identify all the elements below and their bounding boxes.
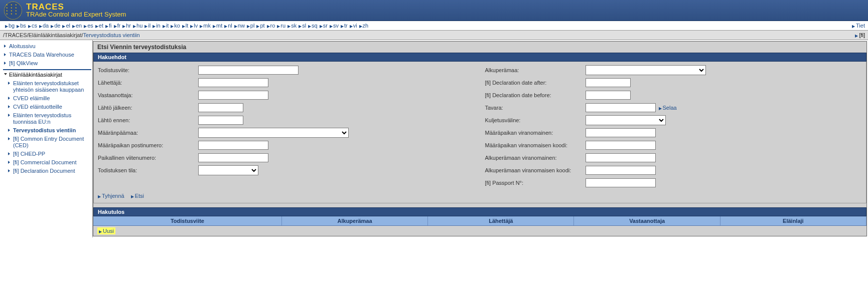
- column-header[interactable]: Eläinlaji: [720, 216, 866, 225]
- field-input[interactable]: [198, 103, 243, 112]
- sidebar-item[interactable]: [fi] CHED-PP: [7, 150, 91, 158]
- sidebar-item[interactable]: Aloitussivu: [3, 42, 91, 51]
- lang-in[interactable]: in: [156, 23, 161, 29]
- sidebar-item[interactable]: Terveystodistus vientiin: [7, 126, 91, 135]
- lang-en[interactable]: en: [76, 23, 82, 29]
- field-label: Alkuperämaa:: [485, 67, 586, 73]
- lang-da[interactable]: da: [43, 23, 49, 29]
- field-input[interactable]: [586, 178, 656, 187]
- field-input[interactable]: [198, 78, 268, 87]
- field-input[interactable]: [586, 65, 706, 75]
- column-header[interactable]: Vastaanottaja: [574, 216, 720, 225]
- lang-mk[interactable]: mk: [203, 23, 211, 29]
- field-input[interactable]: [586, 103, 656, 112]
- lang-sl[interactable]: sl: [302, 23, 306, 29]
- new-button[interactable]: Uusi: [97, 227, 115, 234]
- locale-indicator[interactable]: [fi]: [855, 32, 865, 38]
- form-row: Alkuperämaan viranomainen:: [485, 152, 862, 163]
- clear-button[interactable]: Tyhjennä: [98, 193, 124, 199]
- sidebar-item[interactable]: CVED eläintuotteille: [7, 103, 91, 111]
- column-header[interactable]: Alkuperämaa: [282, 216, 428, 225]
- lang-mt[interactable]: mt: [216, 23, 222, 29]
- sidebar-item[interactable]: Eläinten terveystodistus tuonnissa EU:n: [7, 111, 91, 126]
- form-row: Tavara:Selaa: [485, 102, 862, 113]
- sidebar-item[interactable]: [fi] Declaration Document: [7, 167, 91, 175]
- lang-el[interactable]: el: [66, 23, 70, 29]
- field-label: [fi] Declaration date after:: [485, 80, 586, 86]
- breadcrumb-leaf[interactable]: Terveystodistus vientiin: [83, 32, 140, 38]
- lang-tr[interactable]: tr: [344, 23, 348, 29]
- lang-cs[interactable]: cs: [32, 23, 37, 29]
- sidebar-item[interactable]: [fi] Commercial Document: [7, 158, 91, 167]
- lang-fr[interactable]: fr: [117, 23, 121, 29]
- field-input[interactable]: [198, 91, 268, 100]
- lang-bg[interactable]: bg: [9, 23, 15, 29]
- field-label: Paikallinen viitenumero:: [98, 155, 198, 161]
- field-input[interactable]: [198, 153, 268, 162]
- main-content: Etsi Viennin terveystodistuksia Hakuehdo…: [93, 41, 867, 236]
- field-label: Määränpäämaa:: [98, 130, 198, 136]
- info-link[interactable]: Tiet: [852, 23, 865, 29]
- field-label: Määräpaikan viranomainen:: [485, 130, 586, 136]
- sidebar-item[interactable]: TRACES Data Warehouse: [3, 51, 91, 59]
- lang-ro[interactable]: ro: [270, 23, 275, 29]
- results-body: Uusi: [93, 226, 866, 236]
- lang-pt[interactable]: pt: [260, 23, 264, 29]
- search-button[interactable]: Etsi: [131, 193, 144, 199]
- field-input[interactable]: [586, 128, 656, 137]
- app-title: TRACES: [26, 3, 126, 11]
- sidebar-item[interactable]: CVED eläimille: [7, 94, 91, 103]
- sidebar-item[interactable]: Eläinten terveystodistukset yhteisön sis…: [7, 79, 91, 94]
- app-header: TRACES TRAde Control and Expert System: [0, 0, 868, 21]
- lang-sr[interactable]: sr: [323, 23, 328, 29]
- form-row: Paikallinen viitenumero:: [98, 152, 475, 163]
- column-header[interactable]: Lähettäjä: [428, 216, 574, 225]
- form-row: Määräpaikan viranomainen:: [485, 127, 862, 138]
- field-input[interactable]: [198, 165, 258, 175]
- form-row: [fi] Declaration date before:: [485, 90, 862, 101]
- lang-de[interactable]: de: [54, 23, 60, 29]
- form-row: Lähettäjä:: [98, 77, 475, 88]
- field-input[interactable]: [586, 91, 631, 100]
- sidebar-item[interactable]: [fi] Common Entry Document (CED): [7, 135, 91, 150]
- sidebar-item[interactable]: [fi] QlikView: [3, 59, 91, 68]
- lang-et[interactable]: et: [99, 23, 103, 29]
- field-input[interactable]: [586, 141, 656, 150]
- lang-sk[interactable]: sk: [291, 23, 297, 29]
- lang-sq[interactable]: sq: [312, 23, 318, 29]
- lang-lv[interactable]: lv: [194, 23, 198, 29]
- field-input[interactable]: [198, 141, 268, 150]
- field-label: [fi] Declaration date before:: [485, 92, 586, 98]
- field-input[interactable]: [586, 153, 656, 162]
- field-input[interactable]: [198, 116, 243, 125]
- column-header[interactable]: Todistusviite: [93, 216, 282, 225]
- field-label: Määräpaikan viranomaisen koodi:: [485, 142, 586, 148]
- lang-ru[interactable]: ru: [280, 23, 285, 29]
- lang-ko[interactable]: ko: [174, 23, 180, 29]
- lang-zh[interactable]: zh: [363, 23, 369, 29]
- eu-flag-icon: [4, 2, 22, 20]
- lang-fi[interactable]: fi: [109, 23, 112, 29]
- lang-pl[interactable]: pl: [250, 23, 255, 29]
- lang-lt[interactable]: lt: [186, 23, 189, 29]
- lang-vi[interactable]: vi: [353, 23, 357, 29]
- form-row: Määräpaikan viranomaisen koodi:: [485, 140, 862, 151]
- lang-it[interactable]: it: [166, 23, 169, 29]
- sidebar-section-vet-docs[interactable]: Eläinlääkintäasiakirjat: [3, 69, 91, 79]
- breadcrumb: /TRACES/Eläinlääkintäasiakirjat/Terveyst…: [0, 31, 868, 40]
- field-input[interactable]: [586, 78, 631, 87]
- lang-il[interactable]: il: [148, 23, 151, 29]
- field-label: Lähettäjä:: [98, 80, 198, 86]
- field-input[interactable]: [586, 166, 656, 175]
- lang-nl[interactable]: nl: [228, 23, 232, 29]
- lang-hu[interactable]: hu: [136, 23, 142, 29]
- lang-sv[interactable]: sv: [333, 23, 339, 29]
- field-input[interactable]: [198, 128, 349, 138]
- browse-link[interactable]: Selaa: [659, 105, 677, 111]
- lang-es[interactable]: es: [87, 23, 93, 29]
- field-input[interactable]: [198, 66, 299, 75]
- lang-hr[interactable]: hr: [126, 23, 131, 29]
- field-input[interactable]: [586, 115, 666, 125]
- lang-nw[interactable]: nw: [238, 23, 245, 29]
- lang-bs[interactable]: bs: [20, 23, 26, 29]
